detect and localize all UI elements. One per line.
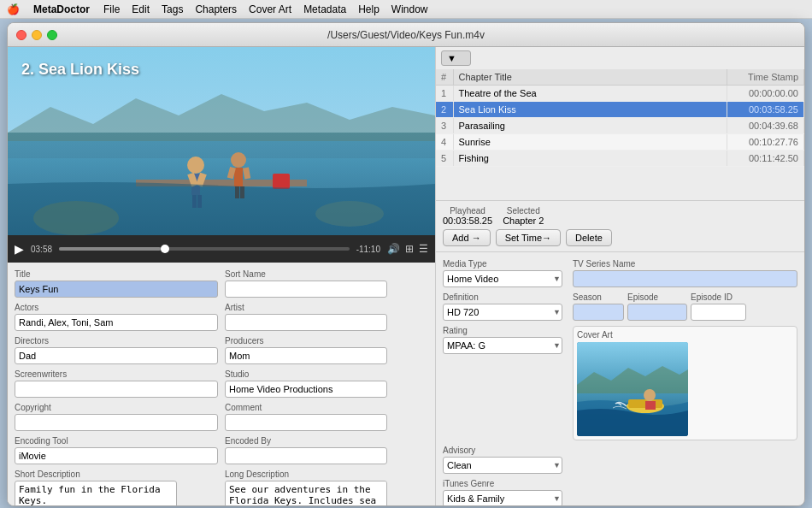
progress-fill	[59, 247, 161, 251]
video-controls[interactable]: ▶ 03:58 -11:10 🔊 ⊞ ☰	[8, 235, 435, 263]
col-header-title: Chapter Title	[453, 69, 727, 86]
delete-chapter-button[interactable]: Delete	[566, 229, 612, 246]
sort-name-label: Sort Name	[225, 269, 428, 279]
current-time: 03:58	[31, 245, 52, 254]
menu-window[interactable]: Window	[391, 3, 428, 15]
chapter-num: 5	[436, 151, 453, 167]
definition-select[interactable]: HD 720 HD 1080 SD	[443, 304, 562, 321]
directors-label: Directors	[15, 336, 218, 346]
screenwriters-label: Screenwriters	[15, 369, 218, 379]
playhead-label: Playhead	[450, 206, 485, 216]
rating-select[interactable]: MPAA: G MPAA: PG MPAA: PG-13 MPAA: R	[443, 337, 562, 354]
chapters-area: ▼ # Chapter Title Time Stamp	[436, 47, 804, 252]
episode-input[interactable]	[627, 304, 687, 321]
encoded-by-input[interactable]	[225, 447, 387, 464]
artist-input[interactable]	[225, 314, 387, 331]
season-input[interactable]	[573, 304, 624, 321]
media-type-label: Media Type	[443, 259, 562, 269]
add-chapter-button[interactable]: Add →	[443, 229, 491, 246]
col-header-time: Time Stamp	[727, 69, 804, 86]
main-window: /Users/Guest/Video/Keys Fun.m4v	[7, 22, 805, 506]
definition-label: Definition	[443, 292, 562, 302]
chapter-dropdown[interactable]: ▼	[441, 50, 471, 66]
video-title: 2. Sea Lion Kiss	[21, 61, 139, 79]
maximize-button[interactable]	[47, 30, 57, 40]
svg-rect-13	[234, 168, 243, 186]
directors-group: Directors	[15, 336, 218, 364]
menu-edit[interactable]: Edit	[132, 3, 150, 15]
long-desc-input[interactable]: See our adventures in the Florida Keys. …	[225, 481, 387, 505]
fullscreen-icon[interactable]: ⊞	[405, 243, 414, 255]
table-row[interactable]: 5 Fishing 00:11:42.50	[436, 151, 804, 167]
table-row[interactable]: 2 Sea Lion Kiss 00:03:58.25	[436, 102, 804, 118]
chapter-table[interactable]: # Chapter Title Time Stamp 1 Theatre of …	[436, 69, 804, 200]
minimize-button[interactable]	[32, 30, 42, 40]
playhead-value: 00:03:58.25	[443, 216, 492, 226]
title-group: Title	[15, 269, 218, 298]
chapter-num: 2	[436, 102, 453, 118]
menu-help[interactable]: Help	[358, 3, 380, 15]
comment-input[interactable]	[225, 414, 387, 431]
set-time-button[interactable]: Set Time→	[496, 229, 561, 246]
menu-chapters[interactable]: Chapters	[195, 3, 237, 15]
itunes-genre-select[interactable]: Kids & Family Action Comedy	[443, 490, 562, 505]
video-player[interactable]: 2. Sea Lion Kiss	[8, 47, 435, 235]
itunes-genre-label: iTunes Genre	[443, 479, 562, 488]
menu-cover-art[interactable]: Cover Art	[249, 3, 291, 15]
producers-input[interactable]	[225, 347, 387, 364]
table-row[interactable]: 4 Sunrise 00:10:27.76	[436, 134, 804, 151]
studio-group: Studio	[225, 369, 428, 398]
time-remaining: -11:10	[356, 245, 380, 254]
artist-label: Artist	[225, 303, 428, 312]
short-desc-group: Short Description Family fun in the Flor…	[15, 470, 218, 505]
table-row[interactable]: 1 Theatre of the Sea 00:00:00.00	[436, 86, 804, 102]
actors-group: Actors	[15, 303, 218, 331]
encoding-tool-input[interactable]	[15, 447, 218, 464]
short-desc-input[interactable]: Family fun in the Florida Keys.	[15, 481, 177, 505]
chapter-title: Fishing	[453, 151, 727, 167]
cover-art-section: Cover Art	[573, 326, 797, 440]
svg-point-22	[644, 389, 656, 401]
title-input[interactable]	[15, 281, 218, 298]
metadata-right: Media Type Home Video Movie TV Show ▼ TV…	[436, 252, 804, 505]
copyright-input[interactable]	[15, 414, 218, 431]
cover-art-label: Cover Art	[577, 330, 793, 340]
advisory-label: Advisory	[443, 446, 562, 455]
volume-icon[interactable]: 🔊	[387, 243, 400, 255]
chapter-num: 1	[436, 86, 453, 102]
actors-label: Actors	[15, 303, 218, 312]
table-row[interactable]: 3 Parasailing 00:04:39.68	[436, 118, 804, 134]
encoding-tool-group: Encoding Tool	[15, 436, 218, 464]
progress-thumb[interactable]	[161, 245, 169, 253]
encoding-tool-label: Encoding Tool	[15, 436, 218, 446]
chapter-num: 3	[436, 118, 453, 134]
progress-bar[interactable]	[59, 247, 350, 251]
app-name[interactable]: MetaDoctor	[33, 3, 90, 15]
chapter-time: 00:10:27.76	[727, 134, 804, 151]
apple-icon[interactable]: 🍎	[7, 3, 20, 15]
close-button[interactable]	[16, 30, 26, 40]
chapter-time: 00:00:00.00	[727, 86, 804, 102]
episode-id-input[interactable]	[691, 304, 746, 321]
long-desc-group: Long Description See our adventures in t…	[225, 470, 428, 505]
menubar: 🍎 MetaDoctor File Edit Tags Chapters Cov…	[0, 0, 812, 19]
svg-point-12	[231, 152, 246, 168]
chapters-icon[interactable]: ☰	[419, 243, 428, 255]
directors-input[interactable]	[15, 347, 218, 364]
sort-name-group: Sort Name	[225, 269, 428, 298]
play-button[interactable]: ▶	[15, 242, 24, 256]
chapter-controls: Playhead 00:03:58.25 Selected Chapter 2 …	[436, 200, 804, 251]
tv-series-input[interactable]	[573, 270, 797, 287]
screenwriters-input[interactable]	[15, 381, 218, 398]
actors-input[interactable]	[15, 314, 218, 331]
advisory-select[interactable]: Clean Explicit	[443, 457, 562, 474]
cover-art-image[interactable]	[577, 342, 688, 436]
sort-name-input[interactable]	[225, 281, 387, 298]
studio-input[interactable]	[225, 381, 387, 398]
menu-tags[interactable]: Tags	[162, 3, 183, 15]
menu-file[interactable]: File	[103, 3, 120, 15]
tv-series-label: TV Series Name	[573, 259, 797, 269]
copyright-label: Copyright	[15, 403, 218, 412]
media-type-select[interactable]: Home Video Movie TV Show	[443, 270, 562, 287]
menu-metadata[interactable]: Metadata	[303, 3, 346, 15]
